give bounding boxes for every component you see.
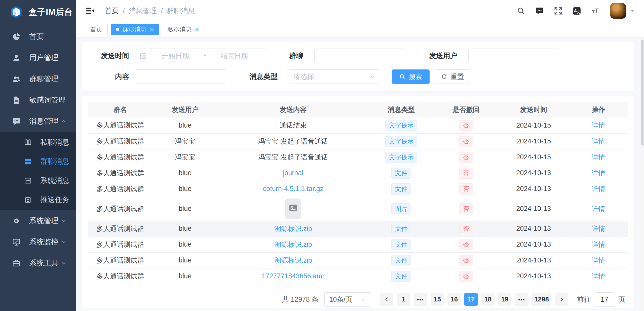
fullscreen-icon[interactable] [553,6,563,16]
detail-link[interactable]: 详情 [592,205,605,213]
tab-2[interactable]: 私聊消息× [162,24,204,35]
scrollbar-thumb[interactable] [641,40,643,145]
translate-icon[interactable]: A文 [572,6,582,16]
sidebar-item-label: 消息管理 [29,116,58,126]
breadcrumb-separator: / [123,7,125,15]
file-link[interactable]: 溯源标识.zip [274,257,312,264]
sidebar-subitem-2[interactable]: 系统消息 [0,171,76,190]
tab-0[interactable]: 首页 [85,24,108,35]
content-input[interactable] [135,69,226,84]
sidebar-item-1[interactable]: 用户管理 [0,47,76,68]
recalled-badge: 否 [459,120,473,131]
close-icon[interactable]: × [195,26,199,33]
group-input[interactable] [314,49,406,63]
tab-1[interactable]: 群聊消息× [111,24,159,35]
caret-down-icon [630,8,635,13]
detail-link[interactable]: 详情 [592,225,605,232]
start-date-placeholder[interactable]: 开始日期 [148,51,202,60]
page-button-18[interactable]: 18 [481,293,495,306]
table-row: 多人通话测试群bluecoturn-4.5.1.1.tar.gz文件否2024-… [88,181,628,197]
column-header: 消息类型 [369,102,434,118]
close-icon[interactable]: × [150,26,154,33]
sidebar-item-6[interactable]: 系统监控 [0,231,76,253]
content: 发送时间 开始日期 - 结束日期 群聊 发送用户 内容 [76,37,644,311]
page-button-16[interactable]: 16 [447,293,461,306]
cell-time: 2024-10-13 [499,221,569,237]
detail-link[interactable]: 详情 [592,257,605,264]
page-button-15[interactable]: 15 [431,293,444,306]
detail-link[interactable]: 详情 [592,273,605,280]
sidebar-item-3[interactable]: 敏感词管理 [0,90,76,111]
sidebar-item-label: 敏感词管理 [29,95,66,105]
sidebar-item-5[interactable]: 系统管理 [0,210,76,231]
font-size-icon[interactable]: TT [591,6,600,16]
sidebar-item-0[interactable]: 首页 [0,26,76,47]
cell-type: 文字提示 [369,149,434,165]
sidebar-subitem-label: 私聊消息 [40,137,69,147]
detail-link[interactable]: 详情 [592,185,605,193]
page-size-select[interactable]: 10条/页 [324,292,371,307]
message-icon[interactable] [535,6,544,16]
date-range-picker[interactable]: 开始日期 - 结束日期 [135,49,266,63]
goto-label: 前往 [577,295,591,304]
sidebar-item-7[interactable]: 系统工具 [0,253,76,274]
cell-action: 详情 [569,181,628,197]
users-icon [12,74,21,84]
page-button-1[interactable]: 1 [397,293,410,306]
page-button-1298[interactable]: 1298 [532,293,551,306]
recalled-badge: 否 [459,203,473,214]
breadcrumb-item[interactable]: 首页 [105,6,119,16]
cell-group-name: 多人通话测试群 [88,221,153,237]
goto-page-input[interactable] [595,292,614,307]
sidebar-item-4[interactable]: 消息管理 [0,111,76,132]
send-time-label: 发送时间 [84,51,129,61]
page-ellipsis[interactable]: ••• [414,293,427,306]
sidebar-collapse-icon[interactable] [85,6,95,16]
page-ellipsis[interactable]: ••• [515,293,528,306]
cell-recalled: 否 [434,252,499,268]
detail-link[interactable]: 详情 [592,169,605,177]
detail-link[interactable]: 详情 [592,138,605,145]
cell-sender: blue [153,165,218,181]
detail-link[interactable]: 详情 [592,241,605,248]
logo-row[interactable]: 盒子IM后台 [0,0,76,24]
file-link[interactable]: 1727771843656.amr [262,272,324,280]
sidebar-subitem-3[interactable]: 推送任务 [0,190,76,209]
type-select[interactable]: 请选择 [289,69,380,84]
file-link[interactable]: 溯源标识.zip [274,225,312,232]
calendar-icon [139,52,147,60]
recalled-badge: 否 [459,255,473,266]
search-button[interactable]: 搜索 [392,69,430,84]
search-icon[interactable] [516,6,526,16]
table-row: 多人通话测试群冯宝宝冯宝宝 发起了语音通话文字提示否2024-10-15详情 [88,149,628,165]
cell-time: 2024-10-15 [499,133,569,149]
cell-type: 文件 [369,268,434,284]
prev-page-button[interactable] [380,293,393,306]
next-page-button[interactable] [555,293,568,306]
page-button-17[interactable]: 17 [464,293,478,306]
sidebar-subitem-0[interactable]: 私聊消息 [0,133,76,152]
file-link[interactable]: coturn-4.5.1.1.tar.gz [263,185,323,192]
sidebar-item-2[interactable]: 群聊管理 [0,68,76,90]
sidebar-subitem-label: 系统消息 [40,176,69,186]
sidebar-item-label: 系统工具 [29,258,58,268]
cell-time: 2024-10-13 [499,181,569,197]
file-link[interactable]: journal [283,169,303,177]
sender-input[interactable] [468,49,560,63]
sidebar-subitem-1[interactable]: 群聊消息 [0,152,76,171]
cell-action: 详情 [569,197,628,221]
detail-link[interactable]: 详情 [592,122,605,129]
detail-link[interactable]: 详情 [592,153,605,161]
reset-button[interactable]: 重置 [435,69,470,84]
page-size-value: 10条/页 [329,295,352,304]
breadcrumb-item[interactable]: 消息管理 [129,6,157,16]
file-link[interactable]: 溯源标识.zip [274,241,312,248]
type-badge: 文件 [391,255,411,266]
user-menu[interactable] [610,3,635,19]
image-thumbnail[interactable] [285,199,301,219]
end-date-placeholder[interactable]: 结束日期 [208,51,261,60]
avatar[interactable] [610,3,626,19]
topbar-actions: A文 TT [507,3,635,19]
cell-content: 冯宝宝 发起了语音通话 [217,133,369,149]
page-button-19[interactable]: 19 [498,293,511,306]
